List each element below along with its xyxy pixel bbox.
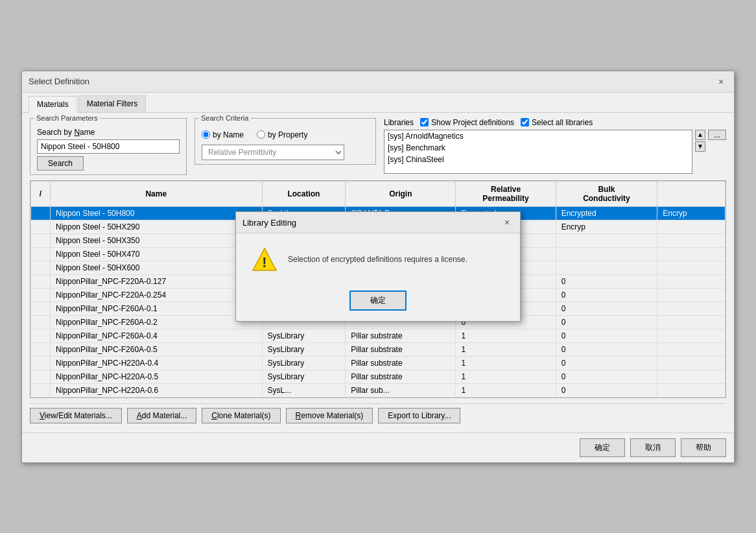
cell-location: SysLibrary (262, 356, 346, 370)
cell-extra (657, 342, 726, 356)
libraries-section: Libraries Show Project definitions Selec… (384, 118, 726, 174)
cell-origin: Pillar substrate (346, 356, 456, 370)
cancel-final-button[interactable]: 取消 (630, 438, 676, 457)
select-all-checkbox[interactable]: Select all libraries (521, 118, 593, 127)
libraries-list[interactable]: [sys] ArnoldMagnetics [sys] Benchmark [s… (384, 130, 692, 174)
cell-name: NipponPillar_NPC-H220A-0.5 (51, 370, 263, 383)
cell-origin: Pillar substrate (346, 329, 456, 342)
cell-slash (31, 220, 51, 233)
cell-extra (657, 383, 726, 397)
col-name: Name (51, 181, 263, 206)
col-location: Location (262, 181, 346, 206)
col-rel-permeability: RelativePermeability (456, 181, 556, 206)
cell-slash (31, 302, 51, 315)
cell-extra (657, 261, 726, 274)
warning-icon: ! (252, 246, 278, 272)
dialog-message: Selection of encrypted definitions requi… (288, 255, 467, 264)
top-section: Search Parameters Search by Name Search … (30, 118, 726, 175)
cell-name: Nippon Steel - 50HX470 (51, 247, 263, 261)
property-dropdown[interactable]: Relative Permittivity (202, 145, 344, 160)
table-header-row: / Name Location Origin RelativePermeabil… (31, 181, 726, 206)
radio-by-property[interactable]: by Property (257, 130, 307, 139)
svg-text:!: ! (262, 254, 266, 270)
dialog-ok-button[interactable]: 确定 (349, 290, 407, 311)
col-extra (657, 181, 726, 206)
tab-material-filters[interactable]: Material Filters (78, 95, 147, 112)
cell-slash (31, 288, 51, 302)
cell-rel-perm: 1 (456, 342, 556, 356)
cell-location: SysL... (262, 383, 346, 397)
table-row[interactable]: NipponPillar_NPC-F260A-0.5 SysLibrary Pi… (31, 342, 726, 356)
tab-bar: Materials Material Filters (22, 93, 734, 113)
col-bulk-conductivity: BulkConductivity (556, 181, 657, 206)
radio-by-name[interactable]: by Name (202, 130, 244, 139)
cell-slash (31, 247, 51, 261)
cell-name: NipponPillar_NPC-F260A-0.4 (51, 329, 263, 342)
cell-slash (31, 370, 51, 383)
table-row[interactable]: NipponPillar_NPC-H220A-0.5 SysLibrary Pi… (31, 370, 726, 383)
cell-origin: Pillar substrate (346, 370, 456, 383)
cell-extra (657, 356, 726, 370)
cell-extra (657, 274, 726, 288)
cell-extra (657, 288, 726, 302)
cell-name: NipponPillar_NPC-F260A-0.5 (51, 342, 263, 356)
cell-slash (31, 315, 51, 329)
cell-rel-perm: 1 (456, 329, 556, 342)
cell-name: Nippon Steel - 50HX600 (51, 261, 263, 274)
search-criteria-radios: by Name by Property (202, 130, 369, 139)
view-edit-button[interactable]: View/Edit Materials... (30, 408, 122, 423)
cell-bulk-cond (556, 261, 657, 274)
add-material-button[interactable]: Add Material... (127, 408, 196, 423)
remove-material-button[interactable]: Remove Material(s) (286, 408, 373, 423)
cell-name: Nippon Steel - 50HX290 (51, 220, 263, 233)
cell-name: Nippon Steel - 50H800 (51, 206, 263, 220)
cell-slash (31, 342, 51, 356)
lib-scroll-up[interactable]: ▲ (695, 130, 705, 140)
lib-more-button[interactable]: ... (708, 130, 726, 140)
table-row[interactable]: NipponPillar_NPC-H220A-0.6 SysL... Pilla… (31, 383, 726, 397)
cell-slash (31, 383, 51, 397)
list-item[interactable]: [sys] Benchmark (384, 142, 692, 154)
cell-bulk-cond: 0 (556, 302, 657, 315)
table-row[interactable]: NipponPillar_NPC-H220A-0.4 SysLibrary Pi… (31, 356, 726, 370)
cell-location: SysLibrary (262, 342, 346, 356)
search-button[interactable]: Search (37, 156, 84, 171)
export-library-button[interactable]: Export to Library... (378, 408, 460, 423)
cell-bulk-cond (556, 247, 657, 261)
cell-bulk-cond: 0 (556, 356, 657, 370)
cell-name: NipponPillar_NPC-F260A-0.1 (51, 302, 263, 315)
show-project-checkbox[interactable]: Show Project definitions (420, 118, 514, 127)
cell-bulk-cond: 0 (556, 274, 657, 288)
clone-material-button[interactable]: Clone Material(s) (202, 408, 280, 423)
cell-name: Nippon Steel - 50HX350 (51, 233, 263, 247)
cell-location: SysLibrary (262, 329, 346, 342)
dialog-body: ! Selection of encrypted definitions req… (236, 233, 520, 285)
tab-materials[interactable]: Materials (29, 96, 77, 113)
cell-origin: Pillar sub... (346, 383, 456, 397)
table-row[interactable]: NipponPillar_NPC-F260A-0.4 SysLibrary Pi… (31, 329, 726, 342)
cell-extra (657, 220, 726, 233)
cell-bulk-cond (556, 233, 657, 247)
help-final-button[interactable]: 帮助 (681, 438, 726, 457)
cell-bulk-cond: 0 (556, 342, 657, 356)
cell-bulk-cond: 0 (556, 315, 657, 329)
cell-name: NipponPillar_NPC-H220A-0.6 (51, 383, 263, 397)
cell-slash (31, 233, 51, 247)
list-item[interactable]: [sys] ArnoldMagnetics (384, 130, 692, 142)
list-item[interactable]: [sys] ChinaSteel (384, 154, 692, 165)
close-button[interactable]: × (715, 75, 727, 88)
dialog-close-button[interactable]: × (501, 216, 514, 229)
cell-rel-perm: 1 (456, 383, 556, 397)
search-input[interactable] (37, 139, 180, 154)
title-bar: Select Definition × (22, 71, 734, 93)
cell-bulk-cond: 0 (556, 370, 657, 383)
lib-scroll-buttons: ▲ ▼ (695, 130, 705, 174)
lib-scroll-down[interactable]: ▼ (695, 141, 705, 152)
cell-name: NipponPillar_NPC-F260A-0.2 (51, 315, 263, 329)
cell-bulk-cond: 0 (556, 288, 657, 302)
ok-final-button[interactable]: 确定 (580, 438, 625, 457)
cell-slash (31, 274, 51, 288)
col-slash: / (31, 181, 51, 206)
cell-extra (657, 233, 726, 247)
dialog-footer: 确定 (236, 285, 520, 321)
